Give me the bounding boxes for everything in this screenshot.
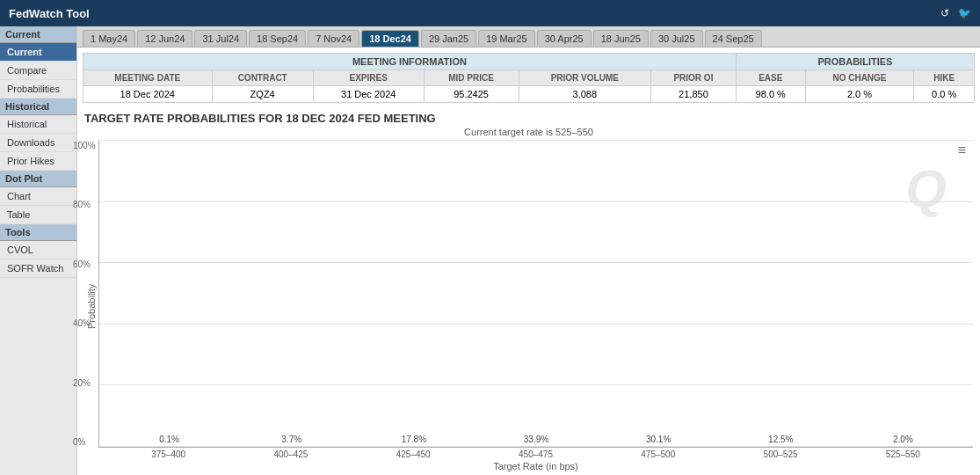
tab-30-jul25[interactable]: 30 Jul25	[650, 30, 703, 47]
y-tick: 100%	[73, 141, 96, 150]
tab-31-jul24[interactable]: 31 Jul24	[194, 30, 247, 47]
row-cell-2: 31 Dec 2024	[313, 86, 424, 103]
bar-value-400–425: 3.7%	[281, 435, 301, 444]
row-cell-6: 98.0 %	[736, 86, 805, 103]
meeting-info: MEETING INFORMATION PROBABILITIES MEETIN…	[77, 48, 980, 108]
x-label-375–400: 375–400	[107, 449, 229, 459]
x-label-525–550: 525–550	[842, 449, 964, 459]
y-tick: 0%	[73, 437, 96, 447]
row-cell-4: 3,088	[519, 86, 651, 103]
sidebar-section-historical: Historical	[0, 99, 76, 115]
twitter-icon[interactable]: 🐦	[957, 6, 971, 20]
tab-bar: 1 May2412 Jun2431 Jul2418 Sep247 Nov2418…	[77, 26, 980, 48]
y-tick: 60%	[73, 259, 96, 269]
sidebar-item-sofr-watch[interactable]: SOFR Watch	[0, 259, 76, 278]
sidebar-section-dot-plot: Dot Plot	[0, 171, 76, 187]
tab-24-sep25[interactable]: 24 Sep25	[705, 30, 762, 47]
tab-19-mar25[interactable]: 19 Mar25	[478, 30, 534, 47]
app-title: FedWatch Tool	[9, 7, 90, 20]
sidebar-section-current: Current	[0, 26, 76, 43]
col-header-ease: EASE	[736, 70, 805, 86]
row-cell-8: 0.0 %	[914, 86, 975, 103]
col-header-prior-volume: PRIOR VOLUME	[519, 70, 651, 86]
sidebar-item-historical[interactable]: Historical	[0, 115, 76, 134]
bar-value-375–400: 0.1%	[159, 435, 179, 444]
x-axis-title: Target Rate (in bps)	[98, 461, 973, 471]
bar-value-475–500: 30.1%	[646, 435, 671, 444]
bar-value-525–550: 2.0%	[893, 435, 913, 444]
chart-title: TARGET RATE PROBABILITIES FOR 18 DEC 202…	[84, 112, 973, 125]
sidebar-section-tools: Tools	[0, 224, 76, 241]
col-header-expires: EXPIRES	[313, 70, 424, 86]
title-bar: FedWatch Tool ↺ 🐦	[0, 0, 980, 26]
x-label-500–525: 500–525	[719, 449, 841, 459]
bar-value-500–525: 12.5%	[768, 435, 793, 444]
row-cell-0: 18 Dec 2024	[83, 86, 213, 103]
tab-29-jan25[interactable]: 29 Jan25	[421, 30, 476, 47]
sidebar-item-probabilities[interactable]: Probabilities	[0, 80, 76, 99]
col-header-contract: CONTRACT	[212, 70, 313, 86]
tab-12-jun24[interactable]: 12 Jun24	[137, 30, 192, 47]
chart-subtitle: Current target rate is 525–550	[84, 127, 973, 137]
x-label-400–425: 400–425	[229, 449, 352, 459]
sidebar-item-cvol[interactable]: CVOL	[0, 241, 76, 259]
chart-section: TARGET RATE PROBABILITIES FOR 18 DEC 202…	[77, 108, 980, 475]
tab-18-dec24[interactable]: 18 Dec24	[361, 30, 419, 47]
x-label-450–475: 450–475	[475, 449, 597, 459]
col-header-meeting-date: MEETING DATE	[83, 70, 213, 86]
tab-7-nov24[interactable]: 7 Nov24	[308, 30, 359, 47]
bar-value-425–450: 17.8%	[402, 435, 426, 444]
x-axis: 375–400400–425425–450450–475475–500500–5…	[98, 448, 973, 459]
bars-area: 0%20%40%60%80%100% 0.1%3.7%17.8%33.9%30.…	[98, 141, 973, 448]
sidebar-item-chart[interactable]: Chart	[0, 187, 76, 206]
col-header-prior-oi: PRIOR OI	[651, 70, 737, 86]
row-cell-1: ZQZ4	[212, 86, 313, 103]
tab-18-jun25[interactable]: 18 Jun25	[593, 30, 649, 47]
col-header-hike: HIKE	[914, 70, 975, 86]
bar-value-450–475: 33.9%	[524, 435, 548, 444]
meeting-info-header: MEETING INFORMATION	[83, 54, 737, 70]
col-header-mid-price: MID PRICE	[424, 70, 519, 86]
x-label-475–500: 475–500	[597, 449, 719, 459]
refresh-icon[interactable]: ↺	[938, 6, 952, 20]
y-tick: 80%	[73, 200, 96, 209]
sidebar-item-downloads[interactable]: Downloads	[0, 134, 76, 152]
sidebar-item-current[interactable]: Current	[0, 43, 76, 62]
sidebar-item-prior-hikes[interactable]: Prior Hikes	[0, 152, 76, 171]
sidebar-item-compare[interactable]: Compare	[0, 62, 76, 80]
row-cell-5: 21,850	[651, 86, 737, 103]
tab-18-sep24[interactable]: 18 Sep24	[249, 30, 306, 47]
col-header-no-change: NO CHANGE	[805, 70, 914, 86]
y-tick: 40%	[73, 318, 96, 328]
row-cell-7: 2.0 %	[805, 86, 914, 103]
tab-1-may24[interactable]: 1 May24	[83, 30, 135, 47]
tab-30-apr25[interactable]: 30 Apr25	[537, 30, 592, 47]
sidebar-item-table[interactable]: Table	[0, 206, 76, 224]
row-cell-3: 95.2425	[424, 86, 519, 103]
y-tick: 20%	[73, 378, 96, 388]
x-label-425–450: 425–450	[352, 449, 475, 459]
probabilities-header: PROBABILITIES	[736, 54, 974, 70]
sidebar: CurrentCurrentCompareProbabilitiesHistor…	[0, 26, 77, 475]
